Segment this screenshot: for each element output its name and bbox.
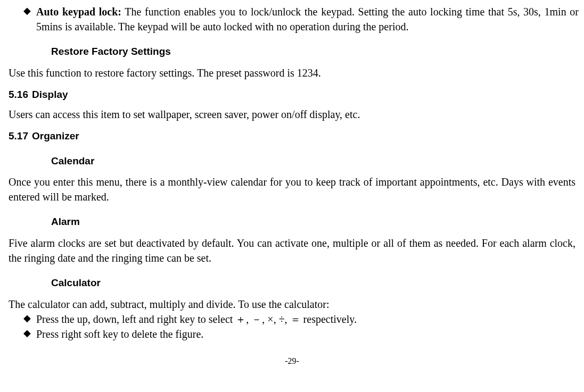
paragraph-calendar: Once you enter this menu, there is a mon… bbox=[9, 174, 575, 204]
page-number: -29- bbox=[5, 355, 579, 367]
bullet-text: Press right soft key to delete the figur… bbox=[36, 327, 579, 341]
bullet-auto-keypad-lock: ◆ Auto keypad lock: The function enables… bbox=[23, 4, 579, 34]
diamond-bullet-icon: ◆ bbox=[23, 327, 36, 340]
diamond-bullet-icon: ◆ bbox=[23, 312, 36, 325]
heading-alarm: Alarm bbox=[51, 215, 579, 229]
heading-organizer: 5.17Organizer bbox=[9, 129, 579, 144]
heading-calculator: Calculator bbox=[51, 276, 579, 290]
paragraph-restore: Use this function to restore factory set… bbox=[9, 65, 575, 80]
section-title: Display bbox=[32, 89, 68, 100]
bullet-text: Auto keypad lock: The function enables y… bbox=[36, 4, 579, 34]
heading-restore-factory: Restore Factory Settings bbox=[51, 45, 579, 59]
paragraph-display: Users can access this item to set wallpa… bbox=[9, 107, 575, 122]
bullet-calc-delete: ◆ Press right soft key to delete the fig… bbox=[23, 327, 579, 341]
bullet-calc-keys: ◆ Press the up, down, left and right key… bbox=[23, 312, 579, 327]
paragraph-calculator-intro: The calculator can add, subtract, multip… bbox=[9, 297, 575, 312]
diamond-bullet-icon: ◆ bbox=[23, 4, 36, 18]
heading-calendar: Calendar bbox=[51, 154, 579, 169]
heading-display: 5.16Display bbox=[9, 88, 579, 102]
bullet-text: Press the up, down, left and right key t… bbox=[36, 312, 579, 327]
section-number: 5.17 bbox=[9, 129, 32, 144]
section-title: Organizer bbox=[32, 130, 79, 141]
section-number: 5.16 bbox=[9, 88, 32, 102]
bullet-title: Auto keypad lock: bbox=[36, 6, 121, 18]
paragraph-alarm: Five alarm clocks are set but deactivate… bbox=[9, 236, 575, 265]
